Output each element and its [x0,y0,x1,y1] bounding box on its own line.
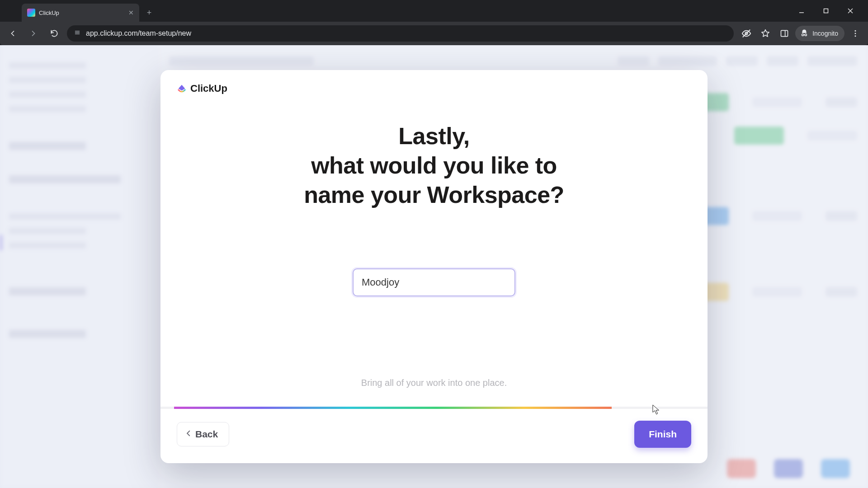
url-text: app.clickup.com/team-setup/new [86,29,191,38]
onboarding-modal: ClickUp Lastly, what would you like to n… [160,70,708,463]
brand-name: ClickUp [190,83,227,94]
minimize-icon[interactable] [791,4,812,18]
progress-bar [160,407,708,409]
browser-toolbar: app.clickup.com/team-setup/new Incognito [0,22,868,45]
side-panel-icon[interactable] [776,25,793,42]
tab-title: ClickUp [39,9,125,16]
new-tab-button[interactable]: + [142,5,156,20]
browser-window: ClickUp ✕ + ap [0,0,868,488]
window-controls [791,4,864,22]
bookmark-star-icon[interactable] [757,25,774,42]
modal-footer: Back Finish [160,409,708,463]
onboarding-subtext: Bring all of your work into one place. [361,378,507,388]
finish-button[interactable]: Finish [634,421,691,448]
heading-line-1: Lastly, [398,123,469,149]
close-window-icon[interactable] [840,4,861,18]
incognito-badge[interactable]: Incognito [795,26,844,41]
incognito-label: Incognito [812,30,838,37]
page-viewport: ClickUp Lastly, what would you like to n… [0,45,868,488]
svg-rect-1 [824,9,828,13]
address-bar[interactable]: app.clickup.com/team-setup/new [67,25,734,42]
svg-point-13 [855,35,856,37]
close-tab-icon[interactable]: ✕ [128,9,134,16]
heading-line-3: name your Workspace? [304,182,564,208]
svg-point-11 [855,30,856,32]
site-info-icon[interactable] [73,28,81,38]
back-button[interactable]: Back [177,422,229,446]
onboarding-heading: Lastly, what would you like to name your… [304,122,564,210]
finish-label: Finish [649,429,677,439]
incognito-icon [800,28,809,39]
workspace-name-input[interactable] [353,268,515,296]
modal-header: ClickUp [160,70,708,94]
reload-icon[interactable] [46,25,62,42]
tab-strip: ClickUp ✕ + [0,0,868,22]
clickup-logo: ClickUp [177,83,691,94]
browser-tab-clickup[interactable]: ClickUp ✕ [22,4,139,22]
clickup-mark-icon [177,84,187,94]
eye-off-icon[interactable] [738,25,755,42]
chevron-left-icon [184,429,193,440]
nav-back-icon[interactable] [5,25,21,42]
modal-body: Lastly, what would you like to name your… [160,94,708,394]
kebab-menu-icon[interactable] [847,25,863,42]
maximize-icon[interactable] [816,4,836,18]
svg-rect-6 [781,30,788,36]
clickup-favicon-icon [27,9,35,17]
back-label: Back [195,429,218,440]
heading-line-2: what would you like to [311,152,557,178]
svg-point-9 [805,34,807,36]
progress-fill [174,407,612,409]
svg-point-12 [855,33,856,34]
nav-forward-icon[interactable] [25,25,42,42]
svg-point-8 [802,34,804,36]
